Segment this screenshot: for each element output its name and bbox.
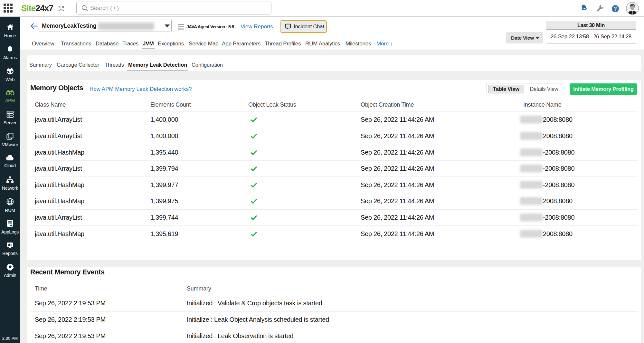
svg-text:?: ? [614,6,617,12]
